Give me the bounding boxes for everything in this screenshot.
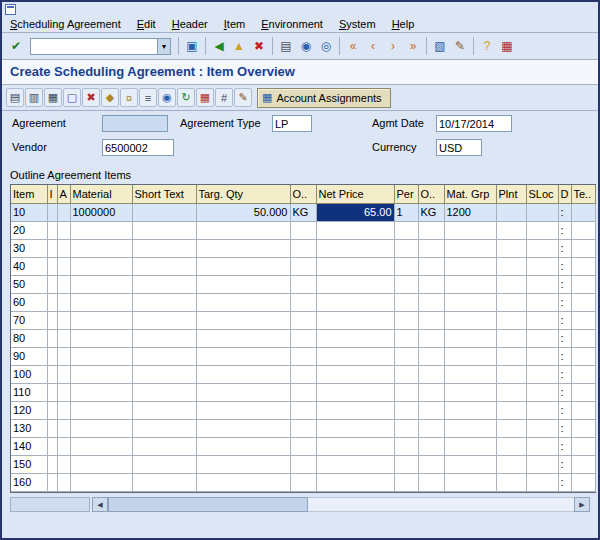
cell-per[interactable] xyxy=(394,347,418,365)
cell-sloc[interactable] xyxy=(526,347,558,365)
cell-d[interactable]: : xyxy=(558,311,571,329)
cell-d[interactable]: : xyxy=(558,239,571,257)
cell-sloc[interactable] xyxy=(526,401,558,419)
cell-ou2[interactable] xyxy=(418,365,444,383)
cell-per[interactable] xyxy=(394,473,418,491)
cell-a[interactable] xyxy=(57,347,70,365)
cell-plnt[interactable] xyxy=(496,203,526,221)
cell-plnt[interactable] xyxy=(496,239,526,257)
cell-short_text[interactable] xyxy=(132,473,196,491)
cell-ou2[interactable] xyxy=(418,275,444,293)
cell-i[interactable] xyxy=(47,401,57,419)
cell-ou1[interactable] xyxy=(290,365,316,383)
cell-short_text[interactable] xyxy=(132,257,196,275)
cell-d[interactable]: : xyxy=(558,419,571,437)
cell-i[interactable] xyxy=(47,311,57,329)
cell-te[interactable] xyxy=(571,293,595,311)
cell-mat_grp[interactable] xyxy=(444,239,496,257)
cell-mat_grp[interactable] xyxy=(444,437,496,455)
cell-targ_qty[interactable]: 50.000 xyxy=(196,203,290,221)
cell-i[interactable] xyxy=(47,347,57,365)
cell-targ_qty[interactable] xyxy=(196,257,290,275)
cell-net_price[interactable] xyxy=(316,347,394,365)
cell-item[interactable]: 30 xyxy=(11,239,47,257)
cell-ou1[interactable] xyxy=(290,221,316,239)
system-menu-icon[interactable] xyxy=(5,4,16,15)
cell-i[interactable] xyxy=(47,419,57,437)
scroll-right-icon[interactable]: ▶ xyxy=(574,497,590,512)
cell-targ_qty[interactable] xyxy=(196,383,290,401)
table-sizer[interactable] xyxy=(10,497,90,512)
back-icon[interactable]: ◀ xyxy=(209,36,229,56)
edit-note-icon[interactable]: ✎ xyxy=(234,88,252,107)
cell-plnt[interactable] xyxy=(496,383,526,401)
cell-te[interactable] xyxy=(571,329,595,347)
cell-per[interactable] xyxy=(394,365,418,383)
cell-ou1[interactable]: KG xyxy=(290,203,316,221)
cell-mat_grp[interactable] xyxy=(444,293,496,311)
column-header-i[interactable]: I xyxy=(47,185,57,203)
cell-a[interactable] xyxy=(57,293,70,311)
cell-plnt[interactable] xyxy=(496,329,526,347)
cell-item[interactable]: 40 xyxy=(11,257,47,275)
cell-per[interactable] xyxy=(394,311,418,329)
cell-a[interactable] xyxy=(57,365,70,383)
cell-ou2[interactable] xyxy=(418,455,444,473)
cell-te[interactable] xyxy=(571,455,595,473)
cell-ou2[interactable]: KG xyxy=(418,203,444,221)
cell-i[interactable] xyxy=(47,257,57,275)
menu-edit[interactable]: Edit xyxy=(137,18,156,30)
lock-item-icon[interactable]: ◆ xyxy=(101,88,119,107)
cell-targ_qty[interactable] xyxy=(196,437,290,455)
cell-mat_grp[interactable] xyxy=(444,311,496,329)
cell-i[interactable] xyxy=(47,365,57,383)
column-header-item[interactable]: Item xyxy=(11,185,47,203)
cell-ou2[interactable] xyxy=(418,347,444,365)
cell-material[interactable] xyxy=(70,329,132,347)
menu-help[interactable]: Help xyxy=(392,18,415,30)
calendar-icon[interactable]: ▦ xyxy=(196,88,214,107)
cell-mat_grp[interactable] xyxy=(444,455,496,473)
cell-ou1[interactable] xyxy=(290,419,316,437)
cell-plnt[interactable] xyxy=(496,455,526,473)
column-header-sloc[interactable]: SLoc xyxy=(526,185,558,203)
cell-te[interactable] xyxy=(571,401,595,419)
cell-material[interactable] xyxy=(70,383,132,401)
cell-net_price[interactable] xyxy=(316,293,394,311)
cell-net_price[interactable] xyxy=(316,311,394,329)
cell-per[interactable] xyxy=(394,419,418,437)
cell-d[interactable]: : xyxy=(558,257,571,275)
cell-targ_qty[interactable] xyxy=(196,221,290,239)
cell-net_price[interactable] xyxy=(316,437,394,455)
cell-per[interactable]: 1 xyxy=(394,203,418,221)
cell-material[interactable] xyxy=(70,293,132,311)
cell-a[interactable] xyxy=(57,329,70,347)
cell-plnt[interactable] xyxy=(496,347,526,365)
cell-te[interactable] xyxy=(571,437,595,455)
cell-short_text[interactable] xyxy=(132,203,196,221)
cell-net_price[interactable] xyxy=(316,401,394,419)
cell-short_text[interactable] xyxy=(132,329,196,347)
cell-material[interactable] xyxy=(70,401,132,419)
cell-i[interactable] xyxy=(47,293,57,311)
cell-ou2[interactable] xyxy=(418,383,444,401)
cell-te[interactable] xyxy=(571,275,595,293)
cell-mat_grp[interactable] xyxy=(444,401,496,419)
cell-short_text[interactable] xyxy=(132,347,196,365)
cell-d[interactable]: : xyxy=(558,383,571,401)
cell-mat_grp[interactable] xyxy=(444,383,496,401)
cell-net_price[interactable] xyxy=(316,221,394,239)
cell-te[interactable] xyxy=(571,347,595,365)
cell-net_price[interactable] xyxy=(316,329,394,347)
cell-te[interactable] xyxy=(571,311,595,329)
find-next-icon[interactable]: ◎ xyxy=(316,36,336,56)
cell-mat_grp[interactable] xyxy=(444,473,496,491)
cell-material[interactable] xyxy=(70,239,132,257)
cell-material[interactable]: 1000000 xyxy=(70,203,132,221)
cell-net_price[interactable] xyxy=(316,419,394,437)
refresh-icon[interactable]: ↻ xyxy=(177,88,195,107)
exit-icon[interactable]: ▲ xyxy=(229,36,249,56)
cell-targ_qty[interactable] xyxy=(196,365,290,383)
cell-plnt[interactable] xyxy=(496,311,526,329)
column-header-a[interactable]: A xyxy=(57,185,70,203)
